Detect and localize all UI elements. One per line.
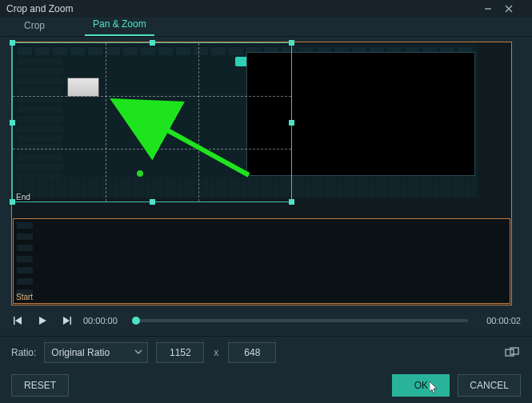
tab-crop[interactable]: Crop [16, 17, 53, 36]
dialog-footer: RESET OK CANCEL [0, 368, 532, 403]
next-frame-button[interactable] [59, 313, 74, 328]
ok-button[interactable]: OK [392, 374, 450, 397]
ok-button-label: OK [414, 380, 428, 391]
reset-button[interactable]: RESET [11, 374, 69, 397]
swap-start-end-icon[interactable] [505, 347, 521, 358]
playback-slider[interactable] [136, 319, 468, 322]
svg-rect-6 [14, 317, 15, 325]
thumbnail [67, 78, 99, 97]
close-button[interactable] [505, 5, 526, 13]
play-button[interactable] [35, 313, 50, 328]
crop-handle[interactable] [289, 199, 294, 205]
tab-pan-zoom[interactable]: Pan & Zoom [85, 15, 154, 36]
svg-marker-12 [430, 381, 437, 393]
svg-rect-10 [506, 349, 514, 356]
titlebar: Crop and Zoom [0, 0, 532, 18]
ratio-row: Ratio: Original Ratio 1152 x 648 [0, 336, 532, 368]
crop-handle[interactable] [10, 199, 15, 205]
ratio-label: Ratio: [11, 347, 36, 358]
playback-bar: 00:00:00 00:00:02 [0, 309, 532, 333]
ratio-selected-value: Original Ratio [51, 347, 110, 358]
tab-bar: Crop Pan & Zoom [0, 18, 532, 37]
total-time: 00:00:02 [478, 316, 521, 325]
zoom-anchor-dot [137, 170, 143, 177]
dimension-separator: x [212, 347, 220, 358]
svg-marker-5 [15, 317, 22, 325]
width-input[interactable]: 1152 [156, 342, 204, 363]
crop-start-label: Start [16, 293, 33, 301]
window-title: Crop and Zoom [6, 3, 484, 14]
current-time: 00:00:00 [83, 316, 126, 325]
svg-rect-11 [510, 348, 518, 354]
cancel-button[interactable]: CANCEL [458, 374, 521, 397]
preview-content [14, 44, 478, 198]
ratio-select[interactable]: Original Ratio [44, 342, 148, 363]
svg-rect-9 [70, 317, 72, 325]
prev-frame-button[interactable] [11, 313, 26, 328]
svg-marker-8 [63, 317, 70, 325]
playback-knob[interactable] [132, 317, 140, 325]
preview-stage[interactable]: End Start [11, 42, 512, 305]
cursor-icon [430, 381, 439, 394]
height-input[interactable]: 648 [228, 342, 276, 363]
crop-handle[interactable] [150, 199, 155, 205]
svg-marker-7 [39, 317, 46, 325]
chevron-down-icon [134, 348, 142, 356]
crop-start-rect[interactable]: Start [13, 218, 510, 304]
minimize-button[interactable] [484, 5, 505, 13]
preview-monitor [246, 52, 475, 176]
